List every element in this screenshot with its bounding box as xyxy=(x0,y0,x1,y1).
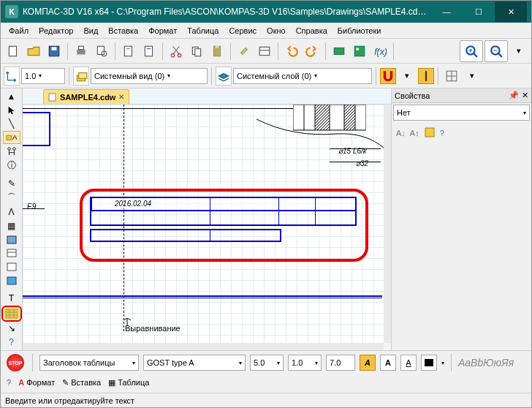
properties-filter-select[interactable]: Нет ▾ xyxy=(393,105,530,121)
close-button[interactable]: ✕ xyxy=(495,1,527,22)
tool-arrow-top[interactable]: ▲ xyxy=(3,90,20,103)
menu-insert[interactable]: Вставка xyxy=(103,25,143,37)
redo-button[interactable] xyxy=(303,42,322,61)
snap-dropdown[interactable]: ▾ xyxy=(398,67,417,86)
spacing-input[interactable]: 7.0 xyxy=(326,355,355,371)
panel-close-icon[interactable]: ✕ xyxy=(522,91,528,100)
properties-filter-value: Нет xyxy=(397,108,411,117)
color-dropdown[interactable]: ▾ xyxy=(441,360,444,366)
stop-button[interactable]: STOP xyxy=(7,354,24,371)
layer-value: Системный слой (0) xyxy=(237,72,311,80)
apply-icon[interactable] xyxy=(424,126,436,140)
svg-text:f(x): f(x) xyxy=(374,46,387,56)
scale-select[interactable]: 1.0▾ xyxy=(21,68,65,84)
bottom-tab-insert[interactable]: ✎ Вставка xyxy=(62,378,101,388)
library-button[interactable] xyxy=(330,42,349,61)
menu-edit[interactable]: Редактор xyxy=(34,25,78,37)
format-painter-button[interactable] xyxy=(235,42,254,61)
scroll-horizontal[interactable] xyxy=(23,343,384,350)
underline-button[interactable]: A xyxy=(400,355,417,371)
size-select[interactable]: 5.0▾ xyxy=(250,355,284,371)
tool-table[interactable] xyxy=(1,306,22,321)
drawing-canvas[interactable]: ⌀15 L6/к ⌀32 E9 xyxy=(23,105,384,343)
copy-button[interactable] xyxy=(187,42,206,61)
properties-button[interactable] xyxy=(255,42,274,61)
help-icon-2[interactable]: ? xyxy=(7,378,11,387)
svg-rect-19 xyxy=(334,48,344,54)
bottom-tab-format[interactable]: A Формат xyxy=(18,378,55,387)
help-icon[interactable]: ? xyxy=(440,129,444,137)
tool-cursor[interactable] xyxy=(3,104,20,117)
tool-sheet[interactable] xyxy=(3,260,20,273)
tool-arrow[interactable]: ↘ xyxy=(3,322,20,336)
tool-line[interactable]: ╲ xyxy=(3,118,20,131)
minimize-button[interactable]: — xyxy=(430,1,463,22)
color-button[interactable] xyxy=(421,355,437,371)
tool-rect[interactable] xyxy=(3,233,20,246)
tool-compass[interactable]: Λ xyxy=(3,205,20,219)
menu-window[interactable]: Окно xyxy=(262,25,291,37)
tool-arc[interactable]: ⌒ xyxy=(3,191,20,205)
pin-icon[interactable]: 📌 xyxy=(509,91,519,100)
tool-edit[interactable]: ✎ xyxy=(3,177,20,190)
svg-rect-21 xyxy=(357,48,359,50)
paste-button[interactable] xyxy=(208,42,227,61)
font-select[interactable]: GOST type A▾ xyxy=(143,355,246,371)
tool-help[interactable]: ? xyxy=(3,336,20,349)
menu-libraries[interactable]: Библиотеки xyxy=(332,25,387,37)
sort-reset-icon[interactable]: A↕ xyxy=(410,129,419,137)
svg-rect-62 xyxy=(425,128,434,137)
properties-header: Свойства 📌 ✕ xyxy=(392,88,531,103)
fx-button[interactable]: f(x) xyxy=(370,42,390,61)
print-preview-button[interactable] xyxy=(92,42,111,61)
grid-dropdown[interactable]: ▾ xyxy=(463,67,482,86)
scroll-vertical[interactable] xyxy=(384,105,391,343)
grid-button[interactable] xyxy=(442,67,461,86)
layer-select[interactable]: Системный слой (0)▾ xyxy=(233,68,372,84)
sort-az-icon[interactable]: A↓ xyxy=(396,129,406,137)
tab-close[interactable]: ✕ xyxy=(118,93,124,101)
tool-library[interactable] xyxy=(3,274,20,287)
save-button[interactable] xyxy=(45,42,64,61)
doc2-button[interactable] xyxy=(140,42,159,61)
zoom-out-button[interactable] xyxy=(484,40,508,62)
axis-icon[interactable] xyxy=(4,67,20,86)
style-select[interactable]: Заголовок таблицы▾ xyxy=(39,355,139,371)
zoom-dropdown-button[interactable]: ▾ xyxy=(509,42,528,61)
maximize-button[interactable]: ☐ xyxy=(463,1,495,22)
italic-button[interactable]: A xyxy=(360,355,376,371)
zoom-in-button[interactable] xyxy=(460,40,483,62)
menu-service[interactable]: Сервис xyxy=(224,25,262,37)
menu-view[interactable]: Вид xyxy=(78,25,103,37)
menu-file[interactable]: Файл xyxy=(4,25,34,37)
ortho-button[interactable] xyxy=(418,68,434,84)
undo-button[interactable] xyxy=(282,42,301,61)
menu-help[interactable]: Справка xyxy=(291,25,332,37)
menu-table[interactable]: Таблица xyxy=(182,25,224,37)
stretch-select[interactable]: 1.0▾ xyxy=(288,355,322,371)
snap-magnet-button[interactable] xyxy=(380,68,396,84)
tool-joint[interactable] xyxy=(3,145,20,158)
open-button[interactable] xyxy=(24,42,43,61)
variables-button[interactable] xyxy=(350,42,369,61)
bottom-tab-table[interactable]: ▦ Таблица xyxy=(108,378,149,388)
document-tab[interactable]: SAMPLE4.cdw ✕ xyxy=(43,89,129,104)
layer-icon[interactable] xyxy=(216,67,232,86)
tool-form[interactable] xyxy=(3,246,20,260)
tool-text[interactable]: T xyxy=(3,292,20,305)
new-button[interactable] xyxy=(4,42,23,61)
doc1-button[interactable] xyxy=(119,42,138,61)
app-icon: K xyxy=(5,5,18,18)
tool-info[interactable]: ⓘ xyxy=(3,159,20,173)
view-layers-icon[interactable] xyxy=(73,67,89,86)
view-select[interactable]: Системный вид (0)▾ xyxy=(91,68,208,84)
phi32-label: ⌀32 xyxy=(356,159,368,167)
tool-dim[interactable]: A xyxy=(3,131,20,144)
print-button[interactable] xyxy=(72,42,91,61)
cut-button[interactable] xyxy=(167,42,186,61)
svg-rect-47 xyxy=(7,277,16,284)
tool-hatch[interactable]: ▦ xyxy=(3,219,20,233)
left-toolbar: ▲ ╲ A ⓘ ✎ ⌒ Λ ▦ T ↘ ? xyxy=(1,88,23,350)
bold-button[interactable]: A xyxy=(380,355,396,371)
menu-format[interactable]: Формат xyxy=(143,25,182,37)
